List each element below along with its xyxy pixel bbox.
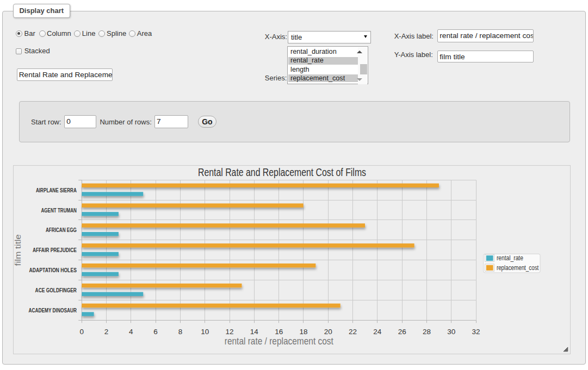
svg-text:ACE GOLDFINGER: ACE GOLDFINGER [35, 287, 77, 293]
svg-text:rental rate / replacement cost: rental rate / replacement cost [225, 335, 334, 347]
svg-text:AGENT TRUMAN: AGENT TRUMAN [41, 207, 77, 214]
svg-text:AIRPLANE SIERRA: AIRPLANE SIERRA [36, 187, 77, 193]
svg-text:4: 4 [129, 328, 133, 336]
svg-text:30: 30 [447, 328, 455, 336]
svg-text:rental_rate: rental_rate [497, 254, 523, 262]
svg-text:ADAPTATION HOLES: ADAPTATION HOLES [29, 267, 77, 273]
svg-text:14: 14 [250, 328, 259, 336]
svg-text:20: 20 [324, 328, 332, 336]
svg-text:32: 32 [472, 328, 480, 336]
svg-text:Rental Rate and Replacement Co: Rental Rate and Replacement Cost of Film… [198, 166, 366, 178]
svg-text:22: 22 [349, 328, 357, 336]
svg-text:28: 28 [423, 328, 431, 336]
svg-text:18: 18 [299, 328, 307, 336]
svg-text:10: 10 [201, 328, 209, 336]
svg-text:2: 2 [104, 328, 109, 336]
svg-text:16: 16 [275, 328, 283, 336]
svg-text:AFFAIR PREJUDICE: AFFAIR PREJUDICE [33, 247, 77, 253]
svg-text:8: 8 [178, 328, 183, 336]
svg-text:film title: film title [13, 234, 22, 266]
svg-text:ACADEMY DINOSAUR: ACADEMY DINOSAUR [29, 307, 77, 313]
svg-text:24: 24 [373, 328, 382, 336]
svg-text:26: 26 [398, 328, 406, 336]
svg-text:6: 6 [153, 328, 158, 336]
svg-text:12: 12 [226, 328, 234, 336]
svg-text:AFRICAN EGG: AFRICAN EGG [46, 227, 77, 233]
svg-text:replacement_cost: replacement_cost [497, 264, 539, 272]
svg-text:0: 0 [79, 328, 84, 336]
